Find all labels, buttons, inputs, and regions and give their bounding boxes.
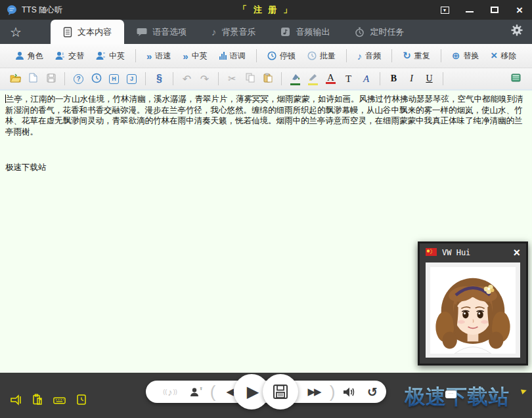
tab-scheduled-tasks[interactable]: 定时任务 <box>342 20 416 44</box>
j-tag-icon: J <box>127 74 137 84</box>
replace-icon: ⊕ <box>452 50 460 62</box>
tray-button[interactable]: ▼ <box>439 5 451 15</box>
copy-button[interactable] <box>242 71 258 87</box>
help-button[interactable]: ? <box>70 71 87 87</box>
speaker-icon <box>342 387 355 398</box>
tts-export-button[interactable] <box>9 393 23 407</box>
tab-text-content[interactable]: 文本内容 <box>51 20 124 44</box>
tab-bar: ☆ 文本内容 语音选项 ♪ 背景音乐 <box>0 20 532 44</box>
undo-button[interactable]: ↶ <box>179 71 195 87</box>
volume-button[interactable] <box>338 381 360 403</box>
editor-secondary-line: 极速下载站 <box>5 162 527 173</box>
avatar-close-icon[interactable]: × <box>513 247 520 259</box>
bold-button[interactable]: B <box>386 71 402 87</box>
title-bar: TTS 随心听 「 注 册 」 ▼ × <box>0 0 532 20</box>
read-aloud-button[interactable]: (( ♪ )) <box>156 381 184 403</box>
document-icon <box>63 27 72 37</box>
app-logo-icon <box>7 5 18 16</box>
alternate-button[interactable]: 交替 <box>49 47 90 65</box>
batch-button[interactable]: 批量 <box>301 47 342 65</box>
paste-button[interactable] <box>259 71 276 87</box>
j-tag-button[interactable]: J <box>123 71 140 87</box>
highlight-pen-icon <box>308 73 318 83</box>
pause-button[interactable]: 停顿 <box>261 47 301 65</box>
highlight-color-button[interactable] <box>305 71 321 87</box>
remove-x-icon: × <box>491 49 497 62</box>
fill-bucket-icon <box>290 73 300 83</box>
tab-label: 定时任务 <box>370 26 404 38</box>
audio-button[interactable]: ♪ 音频 <box>351 47 388 65</box>
clipboard-monitor-button[interactable] <box>31 393 45 407</box>
cut-button[interactable]: ✂ <box>224 71 240 87</box>
cn-en-speed-icon: » <box>183 51 188 62</box>
text-style-a-button[interactable]: A <box>358 71 374 87</box>
music-note-icon: ♪ <box>211 26 217 37</box>
watermark-bubble-icon: ··· <box>445 390 456 398</box>
repeat-button[interactable]: ↻ 重复 <box>397 47 436 65</box>
timer-button[interactable] <box>74 393 88 407</box>
speed-button[interactable]: » 语速 <box>141 47 177 65</box>
tab-label: 语音选项 <box>152 26 187 38</box>
new-document-button[interactable] <box>25 71 41 87</box>
window-controls: ▼ × <box>439 5 525 15</box>
font-color-a-icon: A <box>327 74 334 81</box>
corner-tool-icons <box>9 393 88 407</box>
help-icon: ? <box>74 74 83 84</box>
tab-label: 文本内容 <box>78 26 112 38</box>
avatar-panel-header[interactable]: VW Hui × <box>420 243 526 261</box>
tab-audio-output[interactable]: 音频输出 <box>268 20 342 44</box>
underline-button[interactable]: U <box>421 71 437 87</box>
cn-en-person-icon <box>96 51 106 60</box>
voice-avatar-panel[interactable]: VW Hui × <box>418 241 528 366</box>
cn-en-role-button[interactable]: 中英 <box>90 47 131 65</box>
tab-background-music[interactable]: ♪ 背景音乐 <box>199 20 269 44</box>
font-color-button[interactable]: A <box>322 71 339 87</box>
minimize-button[interactable] <box>464 5 476 15</box>
edit-toolbar: ? H J § ↶ ↷ ✂ A T A B I U <box>0 68 532 91</box>
audio-output-icon <box>280 27 290 37</box>
save-file-button[interactable] <box>43 71 59 87</box>
clock-circle-icon <box>91 73 102 85</box>
main-toolbar: 角色 交替 中英 » 语速 » 中英 语调 停顿 批量 <box>0 44 532 68</box>
tabs: 文本内容 语音选项 ♪ 背景音乐 音频输出 <box>51 20 417 44</box>
insert-pause-button[interactable] <box>88 71 104 87</box>
batch-clock-icon <box>307 51 317 60</box>
redo-button[interactable]: ↷ <box>196 71 213 87</box>
section-button[interactable]: § <box>151 71 167 87</box>
text-style-t-button[interactable]: T <box>340 71 357 87</box>
replace-button[interactable]: ⊕ 替换 <box>446 47 485 65</box>
avatar-illustration <box>430 267 516 354</box>
cn-en-speed-button[interactable]: » 中英 <box>177 47 213 65</box>
italic-button[interactable]: I <box>403 71 420 87</box>
open-folder-icon <box>10 73 21 85</box>
audio-note-icon: ♪ <box>357 51 363 62</box>
remove-button[interactable]: × 移除 <box>485 47 522 65</box>
open-file-button[interactable] <box>7 71 24 87</box>
loop-button[interactable]: ↺ <box>363 381 382 403</box>
note-waves-icon: ♪ <box>167 387 173 398</box>
pitch-button[interactable]: 语调 <box>213 47 252 65</box>
pause-clock-icon <box>267 51 277 60</box>
bottom-bar: (( ♪ )) ♀ ( ◀◀ ▶ ▶▶ ) ↺ 极速下载站 <box>0 373 532 418</box>
maximize-button[interactable] <box>489 5 500 15</box>
tab-voice-options[interactable]: 语音选项 <box>124 20 199 44</box>
forward-button[interactable]: ▶▶ <box>301 381 327 403</box>
keyboard-button[interactable] <box>53 393 66 407</box>
speech-bubble-icon <box>137 27 147 37</box>
avatar-photo <box>426 262 520 358</box>
copy-icon <box>246 73 255 85</box>
role-button[interactable]: 角色 <box>9 47 49 65</box>
alternate-person-icon <box>55 51 65 60</box>
save-audio-button[interactable] <box>263 374 298 409</box>
close-button[interactable]: × <box>514 5 525 15</box>
fill-color-button[interactable] <box>287 71 303 87</box>
favorite-star-icon[interactable]: ☆ <box>10 24 22 40</box>
h-tag-button[interactable]: H <box>106 71 122 87</box>
voice-select-button[interactable]: ♀ <box>187 381 206 403</box>
insert-table-button[interactable] <box>508 71 524 87</box>
repeat-icon: ↻ <box>403 50 411 62</box>
tab-label: 音频输出 <box>296 26 330 38</box>
female-symbol: ♀ <box>199 385 204 392</box>
settings-gear-icon[interactable] <box>511 24 523 39</box>
watermark-text: 极速下载站 <box>405 385 510 408</box>
